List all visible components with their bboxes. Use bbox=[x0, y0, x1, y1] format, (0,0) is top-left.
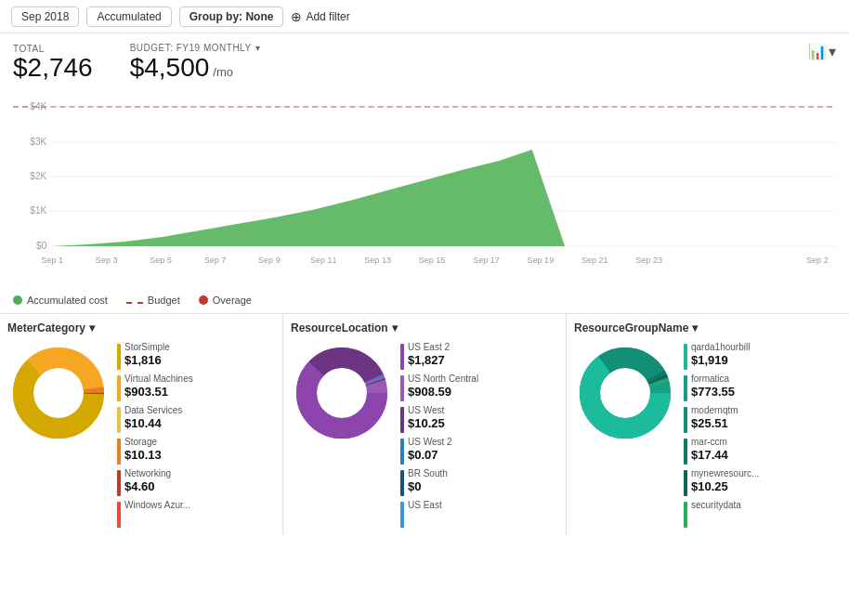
resource-group-content: qarda1hourbill $1,919 formatica $773.55 … bbox=[574, 342, 842, 531]
legend-text: Virtual Machines $903.51 bbox=[124, 374, 193, 400]
color-bar bbox=[400, 375, 404, 401]
budget-header: BUDGET: FY19 MONTHLY ▾ bbox=[130, 43, 260, 53]
svg-text:Sep 1: Sep 1 bbox=[41, 256, 63, 265]
list-item: US East 2 $1,827 bbox=[400, 342, 558, 370]
total-section: TOTAL $2,746 bbox=[13, 44, 93, 83]
color-bar bbox=[684, 439, 687, 465]
legend-text: US East 2 $1,827 bbox=[408, 342, 450, 368]
list-item: US West 2 $0.07 bbox=[400, 437, 558, 465]
total-value: $2,746 bbox=[13, 54, 93, 83]
list-item: StorSimple $1,816 bbox=[117, 342, 275, 370]
color-bar bbox=[400, 470, 404, 496]
list-item: modernqtm $25.51 bbox=[684, 405, 842, 433]
list-item: Virtual Machines $903.51 bbox=[117, 374, 275, 401]
list-item: formatica $773.55 bbox=[684, 374, 842, 401]
color-bar bbox=[400, 502, 404, 528]
list-item: Windows Azur... bbox=[117, 500, 275, 528]
list-item: BR South $0 bbox=[400, 468, 558, 496]
meter-category-content: StorSimple $1,816 Virtual Machines $903.… bbox=[7, 342, 275, 531]
resource-group-donut bbox=[574, 342, 676, 444]
resource-group-legend: qarda1hourbill $1,919 formatica $773.55 … bbox=[684, 342, 842, 531]
list-item: qarda1hourbill $1,919 bbox=[684, 342, 842, 370]
meter-category-header[interactable]: MeterCategory ▾ bbox=[7, 321, 275, 334]
resource-location-panel: ResourceLocation ▾ US East 2 bbox=[283, 314, 567, 536]
svg-text:Sep 11: Sep 11 bbox=[310, 256, 337, 265]
budget-row: $4,500 /mo bbox=[130, 53, 260, 83]
chart-type-button[interactable]: 📊 ▾ bbox=[808, 43, 836, 60]
chart-icon-chevron: ▾ bbox=[829, 43, 836, 60]
svg-text:Sep 2: Sep 2 bbox=[806, 256, 829, 265]
meter-category-chevron: ▾ bbox=[89, 321, 95, 334]
list-item: mar-ccm $17.44 bbox=[684, 437, 842, 465]
color-bar bbox=[684, 470, 687, 496]
svg-text:Sep 17: Sep 17 bbox=[473, 256, 500, 265]
svg-text:Sep 15: Sep 15 bbox=[419, 256, 446, 265]
svg-text:$0: $0 bbox=[36, 241, 47, 251]
resource-group-chevron: ▾ bbox=[692, 321, 698, 334]
svg-text:Sep 13: Sep 13 bbox=[364, 256, 391, 265]
color-bar bbox=[684, 375, 687, 401]
legend-overage: Overage bbox=[199, 295, 252, 306]
color-bar bbox=[117, 344, 121, 370]
meter-category-donut bbox=[7, 342, 110, 444]
svg-text:Sep 5: Sep 5 bbox=[150, 256, 172, 265]
resource-group-header[interactable]: ResourceGroupName ▾ bbox=[574, 321, 842, 334]
svg-text:$3K: $3K bbox=[30, 137, 46, 147]
resource-location-title: ResourceLocation bbox=[291, 321, 388, 334]
color-bar bbox=[117, 407, 121, 433]
legend-cost-label: Accumulated cost bbox=[27, 295, 108, 306]
legend-text: US West $10.25 bbox=[408, 405, 445, 431]
list-item: Storage $10.13 bbox=[117, 437, 275, 465]
color-bar bbox=[400, 439, 404, 465]
legend-text: Storage $10.13 bbox=[124, 437, 162, 463]
budget-unit: /mo bbox=[213, 65, 233, 79]
budget-section: BUDGET: FY19 MONTHLY ▾ $4,500 /mo bbox=[130, 43, 260, 83]
legend-text: BR South $0 bbox=[408, 468, 448, 494]
svg-marker-11 bbox=[52, 150, 565, 246]
accumulated-button[interactable]: Accumulated bbox=[86, 7, 171, 27]
svg-point-30 bbox=[46, 380, 72, 406]
svg-text:$2K: $2K bbox=[30, 171, 46, 181]
legend-text: StorSimple $1,816 bbox=[124, 342, 170, 368]
svg-point-43 bbox=[612, 380, 638, 406]
svg-text:Sep 9: Sep 9 bbox=[258, 256, 281, 265]
add-filter-label: Add filter bbox=[306, 10, 349, 23]
cost-dot bbox=[13, 295, 22, 305]
color-bar bbox=[117, 439, 121, 465]
svg-text:$4K: $4K bbox=[30, 101, 46, 111]
budget-value: $4,500 bbox=[130, 53, 210, 83]
color-bar bbox=[400, 407, 404, 433]
list-item: Data Services $10.44 bbox=[117, 405, 275, 433]
color-bar bbox=[684, 502, 687, 528]
group-by-button[interactable]: Group by: None bbox=[179, 7, 284, 27]
chart-icon: 📊 bbox=[808, 43, 827, 60]
chart-legend: Accumulated cost Budget Overage bbox=[0, 291, 849, 313]
legend-budget-label: Budget bbox=[148, 295, 180, 306]
svg-text:$1K: $1K bbox=[30, 205, 46, 216]
legend-text: Data Services $10.44 bbox=[124, 405, 182, 431]
resource-location-chevron: ▾ bbox=[392, 321, 398, 334]
color-bar bbox=[684, 407, 687, 433]
meter-category-panel: MeterCategory ▾ StorSimpl bbox=[0, 314, 283, 536]
legend-budget: Budget bbox=[126, 295, 180, 306]
color-bar bbox=[684, 344, 687, 370]
resource-group-panel: ResourceGroupName ▾ qarda bbox=[567, 314, 849, 536]
legend-text: Networking $4.60 bbox=[124, 468, 171, 494]
svg-text:Sep 3: Sep 3 bbox=[96, 256, 118, 265]
color-bar bbox=[117, 470, 121, 496]
group-by-value: None bbox=[245, 10, 273, 23]
svg-text:Sep 19: Sep 19 bbox=[528, 256, 555, 265]
resource-location-donut bbox=[291, 342, 393, 444]
budget-label: BUDGET: FY19 MONTHLY bbox=[130, 43, 252, 53]
svg-point-36 bbox=[329, 380, 355, 406]
date-button[interactable]: Sep 2018 bbox=[11, 7, 79, 27]
legend-text: US West 2 $0.07 bbox=[408, 437, 452, 463]
resource-location-header[interactable]: ResourceLocation ▾ bbox=[291, 321, 558, 334]
legend-text: US North Central $908.59 bbox=[408, 374, 478, 400]
list-item: US West $10.25 bbox=[400, 405, 558, 433]
legend-overage-label: Overage bbox=[213, 295, 252, 306]
add-filter-button[interactable]: ⊕ Add filter bbox=[291, 9, 349, 24]
summary-area: TOTAL $2,746 BUDGET: FY19 MONTHLY ▾ $4,5… bbox=[0, 33, 849, 86]
budget-chevron-icon[interactable]: ▾ bbox=[255, 43, 261, 53]
legend-text: US East bbox=[408, 500, 442, 511]
